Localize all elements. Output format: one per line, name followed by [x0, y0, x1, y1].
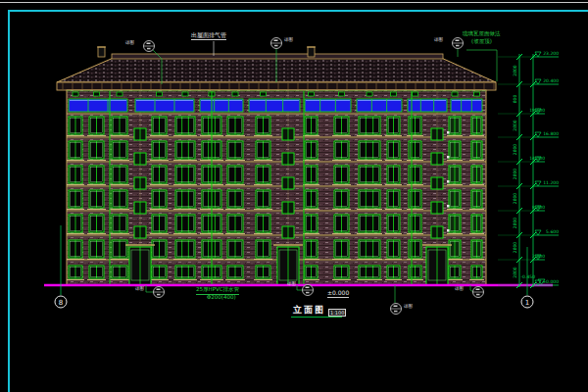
dim-value: 2800 [513, 65, 517, 76]
window [175, 117, 195, 134]
window [175, 190, 195, 208]
elevation-label: 11.200 [543, 180, 559, 185]
attic-vent [157, 92, 163, 96]
callout-sheet-mark [274, 45, 278, 47]
callout-number-mark [476, 289, 480, 291]
callout-label: 详图 [125, 40, 134, 45]
elevation-label: 16.800 [543, 131, 559, 136]
callout-label: 详图 [135, 286, 144, 291]
attic-vent [94, 92, 100, 96]
attic-vent [367, 92, 372, 96]
attic-vent [391, 92, 397, 96]
window [359, 117, 380, 134]
blue-window [357, 99, 402, 112]
window [175, 240, 195, 258]
window [175, 266, 195, 278]
drawing-title-block: 立面图 1:100 [293, 304, 346, 317]
callout-number-mark [456, 40, 460, 42]
blue-window [249, 99, 300, 112]
dim-value: 2800 [513, 267, 517, 278]
elevation-label: 19.600 [529, 108, 545, 113]
attic-vent [339, 92, 345, 96]
attic-vent [73, 92, 78, 96]
blue-window [69, 99, 127, 112]
callout-sheet-mark [147, 48, 151, 50]
window [359, 141, 380, 159]
facade-white-mark [447, 131, 450, 134]
attic-vent [261, 92, 267, 96]
axis-number-left: 8 [59, 299, 63, 307]
callout-number-mark [157, 289, 161, 291]
callout-sheet-mark [476, 294, 480, 296]
callout-label: 详图 [404, 304, 413, 309]
attic-vent [182, 92, 188, 96]
callout-sheet-mark [157, 294, 161, 296]
callout-label: 详图 [284, 37, 293, 42]
window [175, 215, 195, 232]
facade-white-mark [447, 229, 450, 232]
dim-value: 2800 [513, 144, 517, 156]
dim-value: 2800 [513, 218, 517, 229]
facade-white-mark [447, 180, 450, 183]
callout-number-mark [147, 43, 151, 45]
dim-value: 2800 [513, 193, 517, 205]
blue-window [408, 99, 447, 112]
eave-band [57, 82, 496, 90]
ground-end-elevation: -0.450 [520, 274, 535, 279]
window [359, 166, 380, 183]
attic-vent [452, 92, 458, 96]
axis-number-right: 1 [525, 299, 529, 307]
window [359, 240, 380, 258]
attic-vent [232, 92, 238, 96]
callout-number-mark [306, 287, 310, 289]
dim-value: 2800 [513, 169, 517, 180]
window [359, 190, 380, 208]
facade-white-mark [447, 156, 450, 159]
cad-canvas: 280023.20080020.400280019.600280016.8002… [0, 0, 588, 392]
elevation-label: 8.400 [532, 205, 545, 210]
attic-vent [413, 92, 418, 96]
blue-window [135, 99, 194, 112]
attic-vent [309, 92, 315, 96]
elevation-label: 20.400 [543, 78, 559, 83]
callout-label: 详图 [434, 37, 443, 42]
callout-label: 详图 [455, 286, 464, 291]
callout-number-mark [274, 40, 278, 42]
window [359, 215, 380, 232]
elevation-label: 2.800 [532, 254, 545, 259]
callout-sheet-mark [394, 311, 398, 313]
callout-label: 详图 [287, 281, 296, 286]
elevation-drawing: 280023.20080020.400280019.600280016.8002… [0, 0, 588, 392]
elevation-label: 23.200 [543, 51, 559, 56]
blue-window [200, 99, 243, 112]
facade-white-mark [447, 205, 450, 208]
callout-sheet-mark [456, 45, 460, 47]
drawing-scale: 1:100 [328, 309, 346, 317]
dimension-chain-group: 280023.20080020.400280019.600280016.8002… [498, 51, 559, 288]
drawing-title: 立面图 [293, 304, 325, 317]
elevation-label: 5.600 [546, 229, 559, 234]
building-group [44, 47, 553, 285]
elevation-label: 14.000 [529, 156, 545, 161]
attic-vent [474, 92, 480, 96]
roof-vent [308, 47, 315, 57]
dim-value: 2800 [513, 242, 517, 254]
callout-sheet-mark [306, 292, 310, 294]
blue-window [451, 99, 482, 112]
window [175, 166, 195, 183]
window [175, 141, 195, 159]
title-underline [291, 317, 342, 318]
attic-vent [117, 92, 122, 96]
window [359, 266, 380, 278]
dim-value: 2800 [513, 120, 517, 131]
roof-vent [98, 47, 105, 57]
blue-window [305, 99, 351, 112]
callout-number-mark [394, 306, 398, 308]
dim-value: 800 [513, 95, 517, 104]
